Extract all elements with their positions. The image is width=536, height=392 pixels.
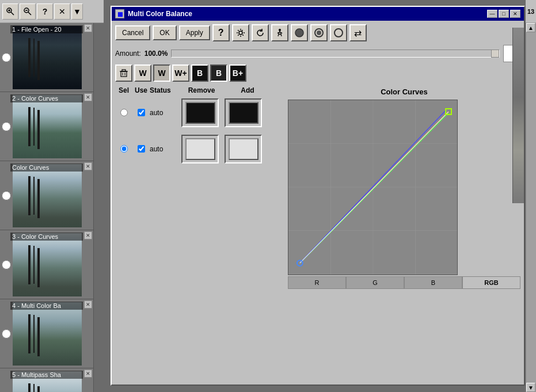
layer-label-3: Color Curves <box>10 163 83 172</box>
layer-thumb-3 <box>13 164 82 227</box>
layer-close-4[interactable]: ✕ <box>84 231 92 239</box>
row2-add-thumb <box>222 133 265 165</box>
b1-button[interactable]: B <box>191 64 208 82</box>
layer-radio-5[interactable] <box>2 329 11 338</box>
row2-remove-box[interactable] <box>181 135 219 163</box>
titlebar-left: ▦ Multi Color Balance <box>115 9 192 18</box>
swap-button[interactable]: ⇄ <box>349 24 367 41</box>
svg-point-12 <box>334 29 343 37</box>
row1-add-dark <box>229 102 259 124</box>
header-status: Status <box>150 86 178 94</box>
layer-item-4[interactable]: 3 - Color Curves ✕ <box>0 230 93 299</box>
tab-r[interactable]: R <box>288 276 346 289</box>
ok-button[interactable]: OK <box>153 25 176 40</box>
layer-thumb-2 <box>13 95 82 158</box>
cancel-button[interactable]: Cancel <box>115 25 150 40</box>
amount-slider[interactable] <box>171 50 500 58</box>
scrollbar-track[interactable] <box>526 32 536 383</box>
close-top-button[interactable]: ✕ <box>54 3 70 20</box>
main-dialog: ▦ Multi Color Balance — □ ✕ Cancel OK Ap… <box>111 6 525 386</box>
settings-button[interactable] <box>232 24 249 41</box>
svg-point-11 <box>317 31 321 35</box>
corner-number: 13 <box>526 0 536 23</box>
row1-remove-box[interactable] <box>181 98 219 127</box>
curves-graph[interactable] <box>288 100 458 275</box>
layer-close-3[interactable]: ✕ <box>84 162 92 170</box>
svg-point-7 <box>239 31 242 35</box>
layer-item-2[interactable]: 2 - Color Curves ✕ <box>0 92 93 161</box>
row1-remove-dark <box>185 102 215 124</box>
apply-button[interactable]: Apply <box>179 25 210 40</box>
bplus-button[interactable]: B+ <box>229 64 246 82</box>
row1-use <box>132 109 150 116</box>
layer-item-3[interactable]: Color Curves ✕ <box>0 161 93 230</box>
tab-b[interactable]: B <box>404 276 462 289</box>
layer-close-1[interactable]: ✕ <box>84 24 92 32</box>
layer-radio-4[interactable] <box>2 260 11 269</box>
row2-status: auto <box>150 145 178 153</box>
wplus-button[interactable]: W+ <box>172 64 189 82</box>
row2-sel <box>115 145 132 153</box>
zoom-out-button[interactable] <box>20 3 36 20</box>
scrollbar-up[interactable]: ▲ <box>526 23 535 32</box>
layer-item-5[interactable]: 4 - Multi Color Ba ✕ <box>0 299 93 368</box>
tab-rgb[interactable]: RGB <box>462 276 520 289</box>
zoom-in-button[interactable] <box>2 3 18 20</box>
trash-button[interactable] <box>115 64 132 82</box>
circle3-button[interactable] <box>330 24 347 41</box>
row1-status: auto <box>150 109 178 117</box>
help-button[interactable]: ? <box>212 24 230 41</box>
layer-label-4: 3 - Color Curves <box>10 233 83 241</box>
header-add: Add <box>225 86 271 94</box>
tab-g[interactable]: G <box>346 276 404 289</box>
row2-sel-radio[interactable] <box>120 145 128 153</box>
help-top-button[interactable]: ? <box>37 3 53 20</box>
amount-label: Amount: <box>115 50 141 58</box>
layer-radio-2[interactable] <box>2 122 11 131</box>
layer-label-5: 4 - Multi Color Ba <box>10 302 83 310</box>
action-buttons-row: Cancel OK Apply ? <box>115 24 520 41</box>
w1-button[interactable]: W <box>134 64 151 82</box>
w2-button[interactable]: W <box>153 64 170 82</box>
dropdown-button[interactable]: ▼ <box>71 3 83 20</box>
layer-close-5[interactable]: ✕ <box>84 300 92 309</box>
row2-add-box[interactable] <box>225 135 262 163</box>
header-remove: Remove <box>178 86 225 94</box>
circle1-button[interactable] <box>291 24 308 41</box>
refresh-button[interactable] <box>252 24 269 41</box>
layer-close-2[interactable]: ✕ <box>84 93 92 101</box>
dialog-content: Cancel OK Apply ? <box>112 21 524 292</box>
row1-sel-radio[interactable] <box>120 109 128 116</box>
table-header: Sel Use Status Remove Add <box>115 86 282 94</box>
tool-buttons-row: W W W+ B B B+ <box>115 64 520 82</box>
main-area: Sel Use Status Remove Add auto <box>115 86 520 289</box>
dialog-titlebar: ▦ Multi Color Balance — □ ✕ <box>112 7 524 21</box>
minimize-button[interactable]: — <box>487 10 497 18</box>
walk-button[interactable] <box>271 24 288 41</box>
amount-value: 100.0% <box>145 50 168 58</box>
header-sel: Sel <box>115 86 132 94</box>
layer-radio-3[interactable] <box>2 191 11 200</box>
row1-add-box[interactable] <box>225 98 262 127</box>
layer-radio-1[interactable] <box>2 53 11 62</box>
dialog-icon: ▦ <box>115 9 124 18</box>
circle2-button[interactable] <box>310 24 328 41</box>
layer-thumb-4 <box>13 233 82 296</box>
table-row-1: auto <box>115 97 282 128</box>
right-scrollbar[interactable]: ▲ ▼ <box>526 23 536 392</box>
row1-add-thumb <box>222 97 265 128</box>
close-button[interactable]: ✕ <box>510 10 520 18</box>
layer-close-6[interactable]: ✕ <box>84 370 92 378</box>
svg-rect-13 <box>121 71 127 77</box>
row2-add-light <box>229 138 259 160</box>
layer-item-1[interactable]: 1 - File Open - 20 ✕ <box>0 23 93 92</box>
scrollbar-down[interactable]: ▼ <box>526 383 535 392</box>
row1-remove-thumb <box>178 97 222 128</box>
row1-use-checkbox[interactable] <box>138 109 145 116</box>
b2-button[interactable]: B <box>210 64 227 82</box>
maximize-button[interactable]: □ <box>499 10 509 18</box>
top-toolbar: ? ✕ ▼ <box>0 0 104 23</box>
layer-item-6[interactable]: 5 - Multipass Sha ✕ <box>0 368 93 392</box>
curves-section: Color Curves <box>288 86 520 289</box>
row2-use-checkbox[interactable] <box>138 145 145 153</box>
